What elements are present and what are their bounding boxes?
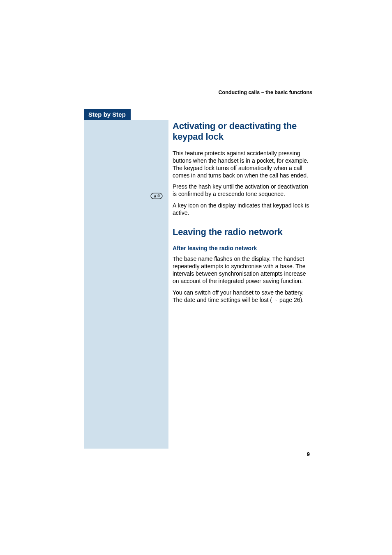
- sidebar-body: #: [84, 120, 168, 449]
- main-column: Activating or deactivating the keypad lo…: [168, 109, 312, 308]
- para-leaving-2b: page 26).: [278, 297, 304, 303]
- header: Conducting calls – the basic functions: [84, 90, 312, 104]
- xref-arrow-icon: →: [272, 297, 278, 303]
- subheading-after-leaving: After leaving the radio network: [173, 245, 312, 251]
- svg-point-3: [158, 195, 159, 197]
- hash-key-icon-svg: #: [150, 193, 163, 199]
- heading-keypad-lock: Activating or deactivating the keypad lo…: [173, 121, 312, 143]
- para-keypad-1: This feature protects against accidental…: [173, 150, 312, 180]
- svg-rect-0: [151, 193, 162, 199]
- para-keypad-3: A key icon on the display indicates that…: [173, 202, 312, 217]
- para-leaving-2: You can switch off your handset to save …: [173, 289, 312, 304]
- para-keypad-2: Press the hash key until the activation …: [173, 183, 312, 198]
- heading-leaving-network: Leaving the radio network: [173, 227, 312, 237]
- page-content: Conducting calls – the basic functions S…: [84, 90, 312, 449]
- header-rule: [84, 98, 312, 98]
- svg-text:#: #: [154, 194, 156, 198]
- sidebar-tab: Step by Step: [84, 109, 131, 120]
- hash-key-icon: #: [150, 193, 163, 201]
- para-leaving-1: The base name flashes on the display. Th…: [173, 256, 312, 285]
- running-head: Conducting calls – the basic functions: [218, 90, 312, 95]
- page-number: 9: [307, 451, 310, 457]
- sidebar: Step by Step #: [84, 109, 168, 449]
- columns: Step by Step # Activating or deactivatin…: [84, 109, 312, 449]
